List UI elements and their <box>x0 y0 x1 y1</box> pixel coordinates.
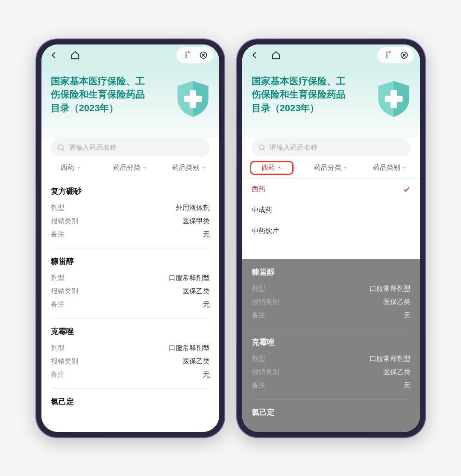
back-icon[interactable] <box>248 49 261 62</box>
backdrop-mask[interactable]: 糠甾醇 剂型口服常释剂型 报销类别医保乙类 备注无 克霉唑 剂型口服常释剂型 报… <box>242 259 420 432</box>
drug-name: 克霉唑 <box>51 326 210 337</box>
field-value: 外用液体剂 <box>176 204 210 213</box>
field-label: 备注 <box>51 300 65 309</box>
content-area[interactable]: 国家基本医疗保险、工 伤保险和生育保险药品 目录（2023年） <box>41 66 219 432</box>
filter-dropdown: 西药 中成药 中药饮片 <box>242 178 420 242</box>
field-value: 无 <box>203 230 210 239</box>
dropdown-option-patent[interactable]: 中成药 <box>242 200 420 221</box>
home-icon[interactable] <box>270 49 282 62</box>
phone-left: 国家基本医疗保险、工 伤保险和生育保险药品 目录（2023年） <box>36 39 224 437</box>
drug-name: 克霉唑 <box>252 337 411 347</box>
field-label: 报销类别 <box>51 357 78 366</box>
field-label: 剂型 <box>51 274 65 283</box>
chevron-down-icon <box>201 165 206 170</box>
close-icon[interactable] <box>398 49 411 62</box>
page-title: 国家基本医疗保险、工 伤保险和生育保险药品 目录（2023年） <box>51 74 166 115</box>
shield-plus-icon <box>373 78 414 118</box>
svg-point-12 <box>259 145 264 150</box>
drug-name: 复方硼砂 <box>51 186 210 196</box>
back-icon[interactable] <box>47 49 60 62</box>
chevron-down-icon <box>402 165 407 170</box>
screen-left: 国家基本医疗保险、工 伤保险和生育保险药品 目录（2023年） <box>41 44 219 432</box>
more-icon[interactable] <box>180 49 193 62</box>
field-value: 无 <box>404 381 411 390</box>
field-value: 医保甲类 <box>182 217 210 226</box>
dropdown-option-decoction[interactable]: 中药饮片 <box>242 221 420 242</box>
field-label: 备注 <box>51 370 65 379</box>
page-header: 国家基本医疗保险、工 伤保险和生育保险药品 目录（2023年） <box>242 66 420 139</box>
drug-list-dimmed: 糠甾醇 剂型口服常释剂型 报销类别医保乙类 备注无 克霉唑 剂型口服常释剂型 报… <box>242 259 420 429</box>
check-icon <box>402 185 411 193</box>
filter-category[interactable]: 药品分类 <box>301 163 361 172</box>
option-label: 西药 <box>252 185 265 194</box>
search-input-wrap[interactable] <box>51 139 210 157</box>
drug-name: 氯己定 <box>51 396 210 407</box>
drug-card[interactable]: 复方硼砂 剂型外用液体剂 报销类别医保甲类 备注无 <box>51 178 210 248</box>
field-value: 口服常释剂型 <box>370 355 411 364</box>
filter-label: 药品类别 <box>172 163 200 172</box>
field-value: 医保乙类 <box>383 298 411 307</box>
capsule-menu <box>377 47 414 63</box>
search-input[interactable] <box>69 144 204 151</box>
chevron-up-icon <box>277 165 282 170</box>
option-label: 中成药 <box>252 206 272 215</box>
field-label: 剂型 <box>252 355 265 364</box>
filter-drug-type[interactable]: 西药 <box>242 163 302 172</box>
filter-label: 西药 <box>61 163 74 172</box>
filter-bar: 西药 药品分类 药品类别 <box>242 157 420 178</box>
drug-list: 复方硼砂 剂型外用液体剂 报销类别医保甲类 备注无 糠甾醇 剂型口服常释剂型 报… <box>41 178 219 419</box>
filter-category[interactable]: 药品分类 <box>100 163 160 172</box>
drug-card: 氯己定 <box>252 399 411 429</box>
capsule-menu <box>176 47 213 63</box>
drug-name: 糠甾醇 <box>51 256 210 266</box>
filter-label: 药品类别 <box>373 163 400 172</box>
drug-card[interactable]: 克霉唑 剂型口服常释剂型 报销类别医保乙类 备注无 <box>51 318 210 388</box>
field-label: 剂型 <box>252 284 265 293</box>
chevron-down-icon <box>343 165 348 170</box>
filter-class[interactable]: 药品类别 <box>361 163 420 172</box>
search-input-wrap[interactable] <box>252 139 411 157</box>
drug-card[interactable]: 糠甾醇 剂型口服常释剂型 报销类别医保乙类 备注无 <box>51 248 210 318</box>
filter-drug-type[interactable]: 西药 <box>41 163 101 172</box>
shield-plus-icon <box>173 78 213 118</box>
chevron-down-icon <box>76 165 81 170</box>
field-value: 无 <box>404 311 411 320</box>
field-label: 剂型 <box>51 344 65 353</box>
field-value: 医保乙类 <box>182 287 210 296</box>
field-label: 报销类别 <box>252 368 279 377</box>
appbar <box>242 44 420 66</box>
title-line: 伤保险和生育保险药品 <box>51 89 145 100</box>
svg-line-6 <box>62 149 64 151</box>
svg-line-13 <box>263 149 265 151</box>
search-input[interactable] <box>270 144 405 151</box>
filter-label: 药品分类 <box>113 163 141 172</box>
field-value: 无 <box>203 300 210 309</box>
close-icon[interactable] <box>197 49 210 62</box>
filter-label: 药品分类 <box>314 163 341 172</box>
field-label: 备注 <box>252 381 265 390</box>
more-icon[interactable] <box>381 49 393 62</box>
phone-right: 国家基本医疗保险、工 伤保险和生育保险药品 目录（2023年） <box>237 39 425 437</box>
field-label: 报销类别 <box>252 298 279 307</box>
drug-card[interactable]: 氯己定 <box>51 388 210 419</box>
screen-right: 国家基本医疗保险、工 伤保险和生育保险药品 目录（2023年） <box>242 44 420 432</box>
field-value: 医保乙类 <box>182 357 210 366</box>
content-area[interactable]: 国家基本医疗保险、工 伤保险和生育保险药品 目录（2023年） <box>242 66 420 432</box>
field-label: 剂型 <box>51 204 65 213</box>
field-label: 备注 <box>252 311 265 320</box>
field-value: 无 <box>203 370 210 379</box>
svg-rect-11 <box>385 95 402 102</box>
title-line: 国家基本医疗保险、工 <box>252 76 346 86</box>
field-value: 医保乙类 <box>383 368 411 377</box>
field-label: 报销类别 <box>51 217 78 226</box>
filter-class[interactable]: 药品类别 <box>160 163 219 172</box>
drug-name: 氯己定 <box>252 407 411 417</box>
dropdown-option-western[interactable]: 西药 <box>242 179 420 200</box>
page-title: 国家基本医疗保险、工 伤保险和生育保险药品 目录（2023年） <box>252 74 367 115</box>
svg-point-5 <box>58 145 63 150</box>
home-icon[interactable] <box>69 49 82 62</box>
drug-name: 糠甾醇 <box>252 267 411 277</box>
appbar <box>41 44 219 66</box>
filter-bar: 西药 药品分类 药品类别 <box>41 157 219 178</box>
title-line: 国家基本医疗保险、工 <box>51 76 145 86</box>
